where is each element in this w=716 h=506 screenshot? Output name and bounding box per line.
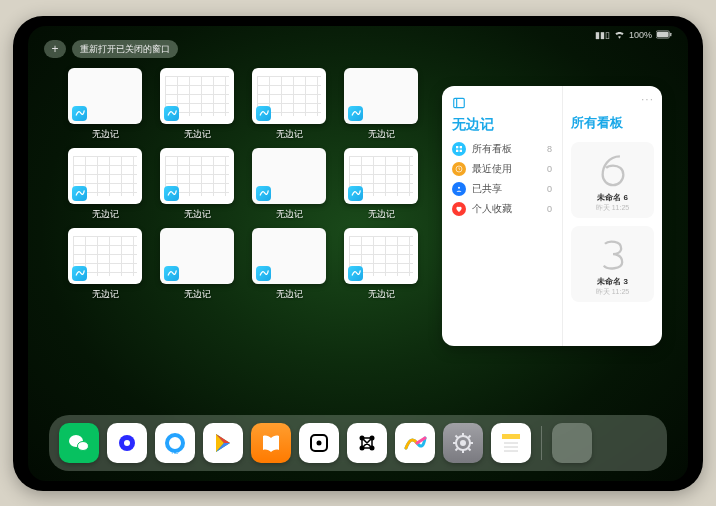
sidebar-item-label: 已共享	[472, 182, 502, 196]
freeform-icon	[164, 106, 179, 121]
freeform-icon	[256, 106, 271, 121]
dock-app-wechat[interactable]	[59, 423, 99, 463]
dock-app-settings[interactable]	[443, 423, 483, 463]
more-menu-button[interactable]: ···	[641, 92, 654, 106]
app-window-label: 无边记	[368, 208, 395, 221]
app-window-label: 无边记	[368, 288, 395, 301]
app-thumbnail	[160, 228, 234, 284]
app-switcher-grid: 无边记无边记无边记无边记无边记无边记无边记无边记无边记无边记无边记无边记	[66, 68, 436, 306]
svg-point-24	[460, 440, 466, 446]
wifi-icon	[614, 30, 625, 41]
clock-icon	[452, 162, 466, 176]
app-window-label: 无边记	[184, 128, 211, 141]
svg-point-18	[317, 440, 322, 445]
ipad-frame: ▮▮▯ 100% + 重新打开已关闭的窗口 无边记无边记无边记无边记无边记无边记…	[13, 16, 703, 491]
app-window[interactable]: 无边记	[342, 68, 420, 146]
dock-app-grid-app[interactable]	[347, 423, 387, 463]
app-window[interactable]: 无边记	[66, 68, 144, 146]
freeform-icon	[164, 266, 179, 281]
new-window-button[interactable]: +	[44, 40, 66, 58]
svg-rect-1	[657, 31, 669, 37]
app-thumbnail	[252, 228, 326, 284]
sidebar-item-label: 个人收藏	[472, 202, 512, 216]
app-window[interactable]: 无边记	[158, 68, 236, 146]
dock-app-play[interactable]	[203, 423, 243, 463]
app-window-label: 无边记	[184, 288, 211, 301]
svg-rect-6	[460, 146, 462, 148]
freeform-icon	[348, 106, 363, 121]
dock-app-books[interactable]	[251, 423, 291, 463]
app-thumbnail	[344, 68, 418, 124]
dock-app-dice[interactable]	[299, 423, 339, 463]
app-thumbnail	[68, 228, 142, 284]
app-window[interactable]: 无边记	[66, 148, 144, 226]
sidebar-item[interactable]: 个人收藏0	[452, 202, 552, 216]
app-window[interactable]: 无边记	[250, 148, 328, 226]
svg-line-31	[456, 448, 458, 450]
sidebar-item[interactable]: 最近使用0	[452, 162, 552, 176]
freeform-sidebar-list: 所有看板8最近使用0已共享0个人收藏0	[452, 142, 552, 216]
svg-line-29	[456, 435, 458, 437]
sidebar-item-count: 0	[547, 184, 552, 194]
board-name: 未命名 3	[597, 276, 628, 287]
board-card[interactable]: 未命名 3昨天 11:25	[571, 226, 654, 302]
app-window-label: 无边记	[92, 288, 119, 301]
dock-app-notes[interactable]	[491, 423, 531, 463]
dock-recent-folder[interactable]	[552, 423, 592, 463]
board-sketch	[590, 148, 636, 190]
app-window-label: 无边记	[184, 208, 211, 221]
freeform-icon	[348, 266, 363, 281]
app-window-label: 无边记	[368, 128, 395, 141]
app-window[interactable]: 无边记	[158, 228, 236, 306]
freeform-content: ··· 所有看板 未命名 6昨天 11:25未命名 3昨天 11:25	[563, 86, 662, 346]
svg-rect-7	[456, 149, 458, 151]
dock-app-freeform[interactable]	[395, 423, 435, 463]
freeform-app-window[interactable]: 无边记 所有看板8最近使用0已共享0个人收藏0 ··· 所有看板 未命名 6昨天…	[442, 86, 662, 346]
svg-point-12	[78, 441, 89, 450]
freeform-icon	[256, 186, 271, 201]
svg-line-30	[468, 448, 470, 450]
signal-icon: ▮▮▯	[595, 30, 610, 40]
app-window-label: 无边记	[276, 128, 303, 141]
dock-separator	[541, 426, 542, 460]
sidebar-item[interactable]: 所有看板8	[452, 142, 552, 156]
app-window[interactable]: 无边记	[66, 228, 144, 306]
app-window-label: 无边记	[276, 288, 303, 301]
sidebar-item-label: 所有看板	[472, 142, 512, 156]
app-window[interactable]: 无边记	[158, 148, 236, 226]
app-thumbnail	[252, 68, 326, 124]
app-thumbnail	[160, 68, 234, 124]
app-window[interactable]: 无边记	[342, 148, 420, 226]
freeform-content-title: 所有看板	[571, 114, 654, 132]
app-thumbnail	[68, 148, 142, 204]
svg-rect-5	[456, 146, 458, 148]
app-window[interactable]: 无边记	[250, 68, 328, 146]
dock: HD	[49, 415, 667, 471]
board-card[interactable]: 未命名 6昨天 11:25	[571, 142, 654, 218]
dock-app-qqbrowser[interactable]: HD	[155, 423, 195, 463]
sidebar-item[interactable]: 已共享0	[452, 182, 552, 196]
screen: ▮▮▯ 100% + 重新打开已关闭的窗口 无边记无边记无边记无边记无边记无边记…	[28, 26, 688, 481]
svg-line-32	[468, 435, 470, 437]
svg-rect-8	[460, 149, 462, 151]
svg-text:HD: HD	[171, 449, 179, 455]
app-window[interactable]: 无边记	[342, 228, 420, 306]
app-window[interactable]: 无边记	[250, 228, 328, 306]
app-window-label: 无边记	[92, 128, 119, 141]
board-name: 未命名 6	[597, 192, 628, 203]
app-thumbnail	[160, 148, 234, 204]
boards-list: 未命名 6昨天 11:25未命名 3昨天 11:25	[571, 142, 654, 302]
app-thumbnail	[344, 228, 418, 284]
freeform-icon	[348, 186, 363, 201]
freeform-icon	[256, 266, 271, 281]
sidebar-item-label: 最近使用	[472, 162, 512, 176]
svg-rect-3	[454, 98, 465, 107]
battery-percent: 100%	[629, 30, 652, 40]
sidebar-item-count: 0	[547, 164, 552, 174]
svg-point-10	[458, 186, 460, 188]
reopen-closed-window-button[interactable]: 重新打开已关闭的窗口	[72, 40, 178, 58]
board-meta: 昨天 11:25	[596, 203, 629, 213]
svg-point-14	[124, 440, 130, 446]
battery-icon	[656, 30, 672, 41]
dock-app-quark[interactable]	[107, 423, 147, 463]
